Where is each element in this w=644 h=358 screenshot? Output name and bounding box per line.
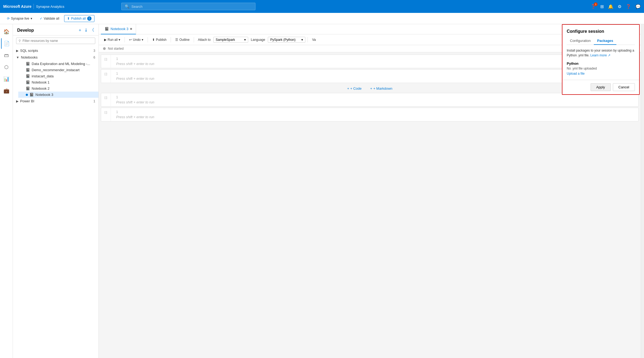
notebook-item-instacart-data[interactable]: 📓 instacart_data [18, 73, 98, 79]
notebook-item-notebook1[interactable]: 📓 Notebook 1 [18, 79, 98, 85]
manage-icon-btn[interactable]: 💼 [1, 85, 12, 96]
side-panel-content: Configure session Configuration Packages… [562, 25, 639, 80]
add-code-button[interactable]: + + Code [345, 86, 364, 91]
upload-file-link[interactable]: Upload a file [567, 72, 585, 75]
brand-area: Microsoft Azure Synapse Analytics [3, 4, 64, 9]
dev-header-actions: ＋ ⤓ 《 [78, 27, 94, 33]
language-label: Language [249, 38, 267, 42]
data-icon-btn[interactable]: 🗃 [1, 50, 12, 61]
tab-configuration[interactable]: Configuration [567, 37, 594, 45]
notebook-item-notebook3[interactable]: 📓 Notebook 3 [18, 92, 98, 98]
cell-3-content[interactable]: 1 Press shift + enter to run [113, 93, 638, 106]
cell-4-content[interactable]: 1 Press shift + enter to run [113, 108, 638, 121]
bell-icon[interactable]: 🔔 [608, 4, 613, 9]
cell-1: [ ] 1 Press shift + enter to run [101, 55, 639, 68]
validate-all-button[interactable]: ✓ Validate all [37, 16, 62, 21]
cell-4-gutter: [ ] [101, 108, 111, 121]
dev-search[interactable]: ⚲ [16, 38, 95, 44]
tree-section-sql-scripts[interactable]: ▶ SQL scripts 3 [13, 47, 98, 54]
tree-section-power-bi[interactable]: ▶ Power BI 1 [13, 98, 98, 104]
publish-all-button[interactable]: ⬆ Publish all 1 [64, 15, 94, 22]
synapse-live-button[interactable]: ⟳ Synapse live ▾ [4, 16, 35, 21]
notification-icon[interactable]: ❓ 1 [591, 4, 596, 9]
python-section-title: Python [567, 62, 635, 66]
publish-all-label: Publish all [71, 17, 86, 20]
notebook-item-data-exploration[interactable]: 📓 Data Exploration and ML Modeling -... [18, 61, 98, 67]
apps-icon[interactable]: ⊞ [600, 4, 604, 9]
vertical-scrollbar[interactable] [641, 24, 644, 358]
notebook-toolbar: ▶ Run all ▾ ↩ Undo ▾ ⬆ Publish ☰ [99, 34, 641, 45]
attach-to-dropdown[interactable]: SampleSpark ▾ [213, 37, 248, 43]
cell-2-controls: ▷ ∨ [99, 71, 100, 82]
home-icon-btn[interactable]: 🏠 [1, 26, 12, 37]
cell-4: [ ] 1 Press shift + enter to run [101, 108, 639, 121]
monitor-icon-btn[interactable]: 📊 [1, 74, 12, 84]
language-value: PySpark (Python) [270, 38, 295, 42]
tab-packages[interactable]: Packages [594, 37, 616, 45]
tree-section-notebooks[interactable]: ▼ Notebooks 6 [13, 54, 98, 61]
powerbi-expand-icon: ▶ [16, 99, 19, 103]
cell-2-run-btn[interactable]: ▷ [99, 71, 100, 77]
dev-tree: ▶ SQL scripts 3 ▼ Notebooks 6 📓 Data Exp… [13, 46, 98, 358]
language-chevron: ▾ [301, 38, 303, 42]
notebook-name-5: Notebook 3 [35, 93, 53, 97]
help-icon[interactable]: ❓ [626, 4, 631, 9]
cells-container: [ ] 1 Press shift + enter to run ▷ ∨ [ ] [99, 52, 641, 358]
add-resource-icon[interactable]: ＋ [78, 27, 82, 33]
close-panel-icon[interactable]: 《 [90, 27, 94, 33]
dev-title: Develop [17, 28, 34, 33]
cell-2-gutter: [ ] [101, 70, 111, 83]
settings-icon[interactable]: ⚙ [618, 4, 621, 9]
synapse-live-icon: ⟳ [7, 17, 10, 20]
notebook-area: 📓 Notebook 3 ▶ Run all ▾ ↩ Undo ▾ [99, 24, 641, 358]
va-label: Va [312, 38, 316, 42]
cell-3: [ ] 1 Press shift + enter to run [101, 93, 639, 107]
undo-button[interactable]: ↩ Undo ▾ [127, 37, 145, 43]
cell-2-collapse-btn[interactable]: ∨ [99, 77, 100, 82]
undo-icon: ↩ [129, 38, 132, 42]
integrate-icon-btn[interactable]: ⬡ [1, 62, 12, 73]
apply-button[interactable]: Apply [591, 83, 611, 91]
notebook-tab-3[interactable]: 📓 Notebook 3 [101, 24, 136, 34]
filter-input[interactable] [23, 39, 93, 43]
notebook-item-notebook2[interactable]: 📓 Notebook 2 [18, 85, 98, 92]
configure-session-panel: Configure session Configuration Packages… [562, 24, 640, 95]
learn-more-link[interactable]: Learn more ↗ [590, 53, 610, 57]
run-all-icon: ▶ [104, 38, 107, 42]
va-button[interactable]: Va [310, 37, 318, 43]
cell-2-content[interactable]: 1 Press shift + enter to run [113, 70, 638, 83]
cell-1-bracket: [ ] [105, 57, 107, 61]
notebook-file-icon-0: 📓 [26, 62, 30, 66]
feedback-icon[interactable]: 💬 [635, 4, 641, 9]
develop-icon-btn[interactable]: 📄 [1, 38, 12, 49]
topbar-icons: ❓ 1 ⊞ 🔔 ⚙ ❓ 💬 [591, 4, 641, 9]
add-markdown-plus-icon: + [370, 86, 372, 91]
search-icon: 🔍 [125, 4, 129, 9]
add-markdown-button[interactable]: + + Markdown [368, 86, 395, 91]
status-dot [103, 47, 106, 50]
add-code-plus-icon: + [347, 86, 349, 91]
cancel-button[interactable]: Cancel [613, 83, 635, 91]
app-name: Synapse Analytics [36, 5, 64, 9]
notebook-item-demo-recommender[interactable]: 📓 Demo_recommender_instacart [18, 67, 98, 73]
cell-1-content[interactable]: 1 Press shift + enter to run [113, 55, 638, 68]
cell-3-gutter: [ ] [101, 93, 111, 106]
publish-button[interactable]: ⬆ Publish [150, 37, 169, 43]
attach-to-chevron: ▾ [244, 38, 246, 42]
outline-button[interactable]: ☰ Outline [173, 37, 192, 43]
language-dropdown[interactable]: PySpark (Python) ▾ [268, 37, 305, 43]
cell-2: ▷ ∨ [ ] 1 Press shift + enter to run [101, 69, 639, 83]
cell-4-bracket: [ ] [105, 111, 107, 114]
search-input[interactable] [131, 5, 252, 9]
notebook-file-icon-5: 📓 [30, 93, 34, 97]
sidebar-icons: 🏠 📄 🗃 ⬡ 📊 💼 [0, 24, 13, 358]
notebook-name-3: Notebook 1 [32, 80, 50, 84]
notebook-file-icon-2: 📓 [26, 74, 30, 78]
outline-label: Outline [179, 38, 189, 42]
cell-2-placeholder: Press shift + enter to run [116, 77, 635, 81]
notebook-tab-dot [130, 28, 132, 30]
run-all-button[interactable]: ▶ Run all ▾ [102, 37, 122, 43]
search-box[interactable]: 🔍 [121, 3, 255, 10]
cell-3-line: 1 [116, 95, 635, 99]
collapse-icon[interactable]: ⤓ [84, 27, 88, 33]
